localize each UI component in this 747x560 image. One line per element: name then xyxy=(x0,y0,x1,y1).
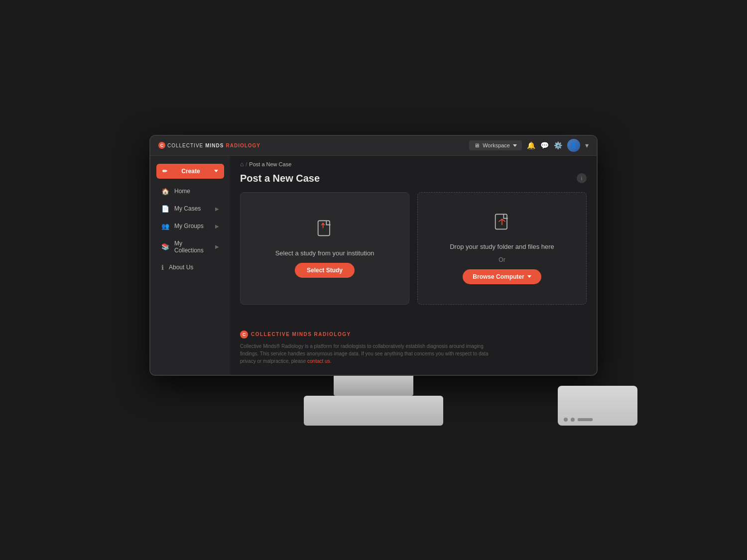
sidebar-item-home[interactable]: 🏠 Home xyxy=(153,183,227,200)
browse-label: Browse Computer xyxy=(473,273,524,280)
main-content: ⌂ / Post a New Case Post a New Case i xyxy=(230,156,597,375)
brand-text-radiology: RADIOLOGY xyxy=(226,143,260,148)
footer-brand-text: COLLECTIVE MINDS RADIOLOGY xyxy=(251,332,351,337)
user-chevron-icon[interactable]: ▾ xyxy=(585,141,589,149)
breadcrumb-home-icon[interactable]: ⌂ xyxy=(240,161,244,168)
page-header: Post a New Case i xyxy=(230,171,597,192)
avatar[interactable]: 👤 xyxy=(567,139,580,152)
sidebar-collections-label: My Collections xyxy=(174,240,210,254)
sidebar-about-label: About Us xyxy=(169,264,219,271)
monitor-stand-base xyxy=(304,396,443,426)
sidebar-item-my-groups[interactable]: 👥 My Groups ▶ xyxy=(153,218,227,234)
content-footer: C COLLECTIVE MINDS RADIOLOGY Collective … xyxy=(230,316,597,375)
collections-arrow-icon: ▶ xyxy=(215,244,219,249)
collections-icon: 📚 xyxy=(161,243,169,250)
computer-upload-label: Drop your study folder and files here xyxy=(450,243,554,250)
breadcrumb-separator: / xyxy=(246,161,247,167)
create-icon: ✏ xyxy=(162,168,167,175)
page-title: Post a New Case xyxy=(240,173,320,184)
workspace-button[interactable]: 🖥 Workspace xyxy=(469,140,522,150)
monitor-stand xyxy=(149,376,598,426)
groups-icon: 👥 xyxy=(161,223,169,230)
monitor-stand-neck xyxy=(334,376,413,396)
sidebar-groups-label: My Groups xyxy=(174,223,210,229)
brand-text-collective: COLLECTIVE xyxy=(167,143,203,148)
browse-computer-button[interactable]: Browse Computer xyxy=(463,269,541,284)
footer-contact-link[interactable]: contact us. xyxy=(307,358,331,364)
mac-studio-ports xyxy=(564,418,593,422)
institution-upload-card: Select a study from your institution Sel… xyxy=(240,192,409,305)
institution-upload-label: Select a study from your institution xyxy=(275,249,374,257)
home-icon: 🏠 xyxy=(161,188,169,195)
create-label: Create xyxy=(181,168,200,175)
upload-cards-container: Select a study from your institution Sel… xyxy=(230,192,597,305)
sidebar-home-label: Home xyxy=(174,188,219,195)
mac-studio xyxy=(558,386,637,426)
breadcrumb-current: Post a New Case xyxy=(249,161,291,167)
upload-institution-icon xyxy=(315,219,335,243)
info-icon[interactable]: i xyxy=(577,173,587,183)
port-3 xyxy=(578,418,593,421)
app-container: C COLLECTIVE MINDS RADIOLOGY 🖥 Workspace… xyxy=(150,136,597,375)
svg-rect-0 xyxy=(318,221,330,235)
port-1 xyxy=(564,418,568,422)
bell-icon[interactable]: 🔔 xyxy=(527,141,535,149)
groups-arrow-icon: ▶ xyxy=(215,224,219,229)
upload-computer-icon xyxy=(492,213,512,237)
computer-upload-sublabel: Or xyxy=(498,256,505,263)
chat-icon[interactable]: 💬 xyxy=(540,141,549,149)
cases-icon: 📄 xyxy=(161,205,169,213)
footer-description: Collective Minds® Radiology is a platfor… xyxy=(240,342,489,365)
monitor-screen: C COLLECTIVE MINDS RADIOLOGY 🖥 Workspace… xyxy=(149,135,598,376)
workspace-chevron-icon xyxy=(513,144,517,147)
sidebar-item-my-cases[interactable]: 📄 My Cases ▶ xyxy=(153,201,227,217)
create-chevron-icon xyxy=(214,170,218,172)
brand-c-icon: C xyxy=(158,142,165,149)
sidebar-item-about-us[interactable]: ℹ About Us xyxy=(153,259,227,276)
workspace-icon: 🖥 xyxy=(474,142,480,148)
nav-right: 🖥 Workspace 🔔 💬 ⚙️ 👤 ▾ xyxy=(469,139,589,152)
breadcrumb: ⌂ / Post a New Case xyxy=(230,156,597,171)
cases-arrow-icon: ▶ xyxy=(215,206,219,212)
workspace-label: Workspace xyxy=(483,142,510,148)
port-2 xyxy=(571,418,575,422)
main-layout: ✏ Create 🏠 Home 📄 My Cases ▶ 👥 xyxy=(150,156,597,375)
computer-upload-card: Drop your study folder and files here Or… xyxy=(417,192,587,305)
top-navigation: C COLLECTIVE MINDS RADIOLOGY 🖥 Workspace… xyxy=(150,136,597,156)
browse-chevron-icon xyxy=(527,275,531,278)
sidebar-cases-label: My Cases xyxy=(174,205,210,212)
sidebar: ✏ Create 🏠 Home 📄 My Cases ▶ 👥 xyxy=(150,156,230,375)
brand-logo: C COLLECTIVE MINDS RADIOLOGY xyxy=(158,142,260,149)
brand-text-minds: MINDS xyxy=(205,143,224,148)
brand-logo-area: C COLLECTIVE MINDS RADIOLOGY xyxy=(158,142,260,149)
footer-c-icon: C xyxy=(240,331,248,338)
avatar-initials: 👤 xyxy=(570,142,577,149)
select-study-button[interactable]: Select Study xyxy=(295,263,355,278)
sidebar-item-my-collections[interactable]: 📚 My Collections ▶ xyxy=(153,235,227,258)
settings-icon[interactable]: ⚙️ xyxy=(554,141,562,149)
footer-brand: C COLLECTIVE MINDS RADIOLOGY xyxy=(240,331,587,338)
about-icon: ℹ xyxy=(161,264,164,271)
create-button[interactable]: ✏ Create xyxy=(156,164,224,179)
